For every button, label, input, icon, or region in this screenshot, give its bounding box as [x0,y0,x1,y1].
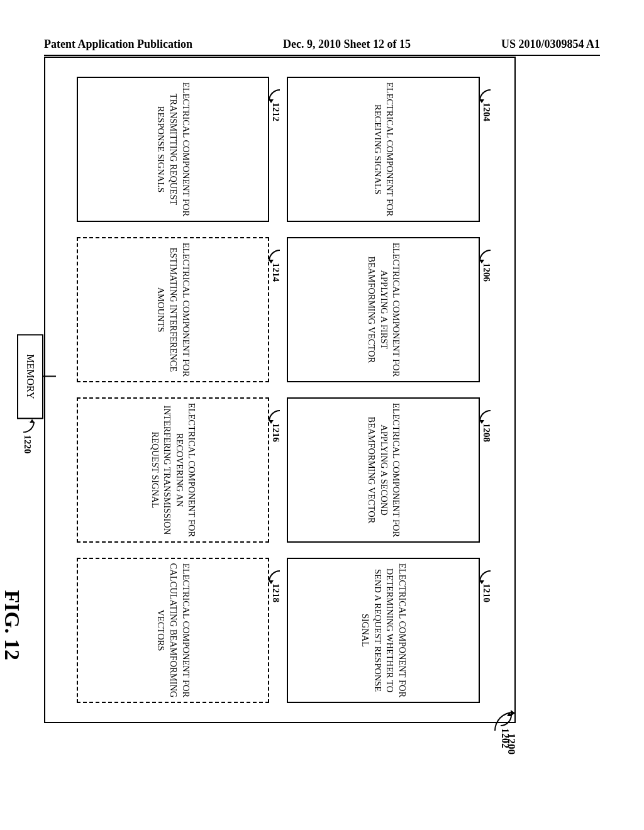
memory-block: MEMORY [17,334,43,419]
cell-1212: 1212 ELECTRICAL COMPONENT FOR TRANSMITTI… [77,77,270,222]
system-1200: 1202 1204 ELECTRICAL COMPONENT FOR RECEI… [44,57,516,723]
block-1214: ELECTRICAL COMPONENT FOR ESTIMATING INTE… [77,237,270,382]
ref-1210: 1210 [481,570,492,602]
page: Patent Application Publication Dec. 9, 2… [0,0,644,830]
memory-wrap: MEMORY 1220 [17,334,56,419]
ref-1202: 1202 [499,715,511,748]
ref-1218: 1218 [271,570,282,602]
block-1210: ELECTRICAL COMPONENT FOR DETERMINING WHE… [287,558,480,703]
block-1206: ELECTRICAL COMPONENT FOR APPLYING A FIRS… [287,237,480,382]
cell-1218: 1218 ELECTRICAL COMPONENT FOR CALCULATIN… [77,558,270,703]
ref-1206: 1206 [481,250,492,282]
figure-label: FIG. 12 [0,590,24,660]
cell-1204: 1204 ELECTRICAL COMPONENT FOR RECEIVING … [287,77,480,222]
diagram: 1200 1202 1204 ELECTRICAL COMPONENT FOR … [44,57,516,723]
header-rule [44,55,600,56]
page-header: Patent Application Publication Dec. 9, 2… [44,38,600,51]
cell-1206: 1206 ELECTRICAL COMPONENT FOR APPLYING A… [287,237,480,382]
memory-connector [43,376,56,377]
ref-1208: 1208 [481,410,492,442]
cell-1216: 1216 ELECTRICAL COMPONENT FOR RECOVERING… [77,397,270,543]
cell-1208: 1208 ELECTRICAL COMPONENT FOR APPLYING A… [287,397,480,543]
header-right: US 2010/0309854 A1 [501,38,600,51]
ref-1214: 1214 [271,250,282,282]
block-1218: ELECTRICAL COMPONENT FOR CALCULATING BEA… [77,558,270,703]
header-center: Dec. 9, 2010 Sheet 12 of 15 [283,38,411,51]
block-1212: ELECTRICAL COMPONENT FOR TRANSMITTING RE… [77,77,270,222]
ref-1216: 1216 [271,410,282,442]
block-1216: ELECTRICAL COMPONENT FOR RECOVERING AN I… [77,397,270,543]
ref-1220: 1220 [22,421,33,453]
ref-1212: 1212 [271,89,282,121]
component-grid: 1204 ELECTRICAL COMPONENT FOR RECEIVING … [77,77,480,703]
cell-1214: 1214 ELECTRICAL COMPONENT FOR ESTIMATING… [77,237,270,382]
block-1208: ELECTRICAL COMPONENT FOR APPLYING A SECO… [287,397,480,543]
header-left: Patent Application Publication [44,38,192,51]
ref-1204: 1204 [481,89,492,121]
block-1204: ELECTRICAL COMPONENT FOR RECEIVING SIGNA… [287,77,480,222]
cell-1210: 1210 ELECTRICAL COMPONENT FOR DETERMININ… [287,558,480,703]
